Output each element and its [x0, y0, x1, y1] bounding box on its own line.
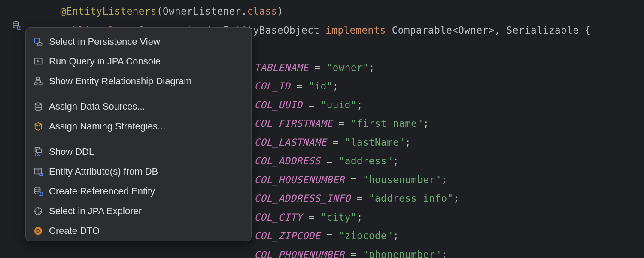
- svg-point-22: [35, 187, 40, 190]
- explorer-icon: [33, 206, 43, 216]
- svg-rect-10: [39, 83, 42, 85]
- persistence-icon: [33, 37, 43, 46]
- svg-marker-7: [37, 60, 40, 62]
- svg-point-11: [35, 103, 42, 105]
- svg-rect-15: [36, 149, 41, 153]
- menu-item-label: Select in Persistence View: [49, 36, 160, 47]
- menu-item-entity-attribute-s-from-db[interactable]: Entity Attribute(s) from DB: [26, 162, 251, 181]
- menu-item-create-dto[interactable]: DCreate DTO: [26, 221, 251, 241]
- svg-rect-8: [37, 77, 39, 80]
- svg-marker-13: [35, 123, 42, 126]
- menu-item-label: Assign Naming Strategies...: [49, 121, 165, 132]
- menu-item-label: Run Query in JPA Console: [49, 56, 161, 67]
- dto-icon: D: [33, 226, 43, 236]
- menu-item-show-ddl[interactable]: DDLShow DDL: [26, 142, 251, 162]
- menu-item-label: Select in JPA Explorer: [49, 206, 142, 217]
- menu-item-label: Entity Attribute(s) from DB: [49, 166, 158, 177]
- menu-separator: [26, 94, 251, 94]
- svg-point-0: [13, 22, 19, 24]
- table-icon: [33, 167, 43, 176]
- context-menu: Select in Persistence ViewRun Query in J…: [25, 27, 252, 241]
- svg-line-21: [42, 175, 43, 176]
- gutter-entity-icon[interactable]: [12, 21, 21, 30]
- menu-item-label: Create DTO: [49, 225, 100, 236]
- svg-rect-9: [34, 83, 37, 85]
- svg-point-20: [39, 173, 42, 175]
- code-line-const: COL_PHONENUMBER = "phonenumber";: [30, 246, 644, 258]
- menu-separator: [26, 139, 251, 139]
- menu-item-assign-naming-strategies[interactable]: Assign Naming Strategies...: [26, 117, 251, 136]
- naming-icon: [33, 122, 43, 131]
- menu-item-create-referenced-entity[interactable]: Create Referenced Entity: [26, 181, 251, 201]
- menu-item-label: Show DDL: [49, 146, 94, 157]
- ddl-icon: DDL: [33, 147, 43, 157]
- entity-icon: [33, 187, 43, 196]
- menu-item-select-in-jpa-explorer[interactable]: Select in JPA Explorer: [26, 201, 251, 221]
- diagram-icon: [33, 77, 43, 86]
- menu-item-label: Show Entity Relationship Diagram: [49, 76, 192, 87]
- menu-item-assign-data-sources[interactable]: Assign Data Sources...: [26, 97, 251, 117]
- menu-item-label: Create Referenced Entity: [49, 186, 155, 197]
- menu-item-show-entity-relationship-diagram[interactable]: Show Entity Relationship Diagram: [26, 71, 251, 91]
- svg-text:D: D: [36, 228, 40, 234]
- menu-item-label: Assign Data Sources...: [49, 101, 145, 112]
- code-line-annotation: @EntityListeners(OwnerListener.class): [30, 2, 644, 21]
- menu-item-run-query-in-jpa-console[interactable]: Run Query in JPA Console: [26, 52, 251, 71]
- run-console-icon: [33, 57, 43, 66]
- menu-item-select-in-persistence-view[interactable]: Select in Persistence View: [26, 32, 251, 52]
- svg-text:DDL: DDL: [35, 153, 41, 157]
- datasource-icon: [33, 102, 43, 111]
